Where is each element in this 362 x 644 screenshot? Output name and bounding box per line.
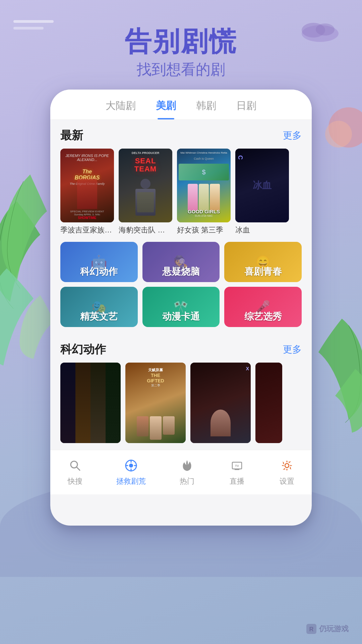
bg-blob-1	[328, 107, 362, 148]
search-icon	[66, 457, 84, 474]
scifi-header: 科幻动作 更多	[60, 334, 302, 363]
svg-point-6	[129, 464, 133, 468]
category-card-scifi[interactable]: 🤖 科幻动作	[60, 242, 138, 282]
category-label-elite: 精英文艺	[60, 310, 138, 323]
svg-point-14	[285, 464, 289, 468]
gear-icon	[278, 457, 296, 474]
scifi-more[interactable]: 更多	[283, 343, 302, 356]
category-card-anime[interactable]: 🎌 动漫卡通	[142, 287, 220, 327]
tv-icon: TV	[228, 457, 246, 474]
tab-korean[interactable]: 韩剧	[196, 99, 216, 119]
drama-label-borgias: 季波吉亚家族 第一季	[60, 225, 114, 235]
latest-header: 最新 更多	[60, 120, 302, 149]
scifi-poster-4	[255, 363, 282, 443]
nav-label-live: 直播	[230, 476, 244, 486]
category-card-comedy[interactable]: 😄 喜剧青春	[224, 242, 302, 282]
drama-card-borgias[interactable]: JEREMY IRONS IS POPE ALEXAND... TheBORGI…	[60, 149, 114, 235]
tab-american[interactable]: 美剧	[156, 99, 176, 119]
category-label-variety: 综艺选秀	[224, 310, 302, 323]
scifi-section: 科幻动作 更多 天赋异禀	[50, 334, 312, 450]
tab-japanese[interactable]: 日剧	[236, 99, 256, 119]
category-label-scifi: 科幻动作	[60, 265, 138, 278]
drama-card-goodgirls[interactable]: Mai Whitman Christina Hendricks Retta Ca…	[177, 149, 231, 235]
nav-label-rescue: 拯救剧荒	[116, 476, 146, 486]
drama-label-ice: 冰血	[235, 225, 289, 235]
category-section: 🤖 科幻动作 🕵️ 悬疑烧脑 😄 喜剧青春 🎭 精英文艺	[50, 235, 312, 327]
latest-section: 最新 更多 JEREMY IRONS IS POPE ALEXAND... Th…	[50, 120, 312, 235]
drama-card-ice[interactable]: C 冰血 冰血	[235, 149, 289, 235]
tabs-bar: 大陆剧 美剧 韩剧 日剧	[50, 90, 312, 120]
drama-label-goodgirls: 好女孩 第三季	[177, 225, 231, 235]
nav-item-hot[interactable]: 热门	[178, 457, 196, 486]
scifi-poster-dark: X	[190, 363, 251, 443]
main-title: 告别剧慌	[0, 27, 362, 56]
nav-item-search[interactable]: 快搜	[66, 457, 84, 486]
drama-poster-borgias: JEREMY IRONS IS POPE ALEXAND... TheBORGI…	[60, 149, 114, 222]
scifi-card-dark[interactable]: X	[190, 363, 251, 443]
category-card-elite[interactable]: 🎭 精英文艺	[60, 287, 138, 327]
rengwan-watermark: R 仍玩游戏	[306, 624, 349, 634]
nav-item-live[interactable]: TV 直播	[228, 457, 246, 486]
bottom-nav: 快搜 拯救剧荒 热门	[50, 450, 312, 494]
nav-label-settings: 设置	[280, 476, 294, 486]
latest-more[interactable]: 更多	[283, 129, 302, 142]
drama-row: JEREMY IRONS IS POPE ALEXAND... TheBORGI…	[60, 149, 302, 235]
scifi-title: 科幻动作	[60, 342, 106, 357]
category-label-comedy: 喜剧青春	[224, 265, 302, 278]
drama-poster-seal: DELTA PRODUCER SEALTEAM	[119, 149, 172, 222]
nav-item-settings[interactable]: 设置	[278, 457, 296, 486]
latest-title: 最新	[60, 128, 83, 143]
category-grid: 🤖 科幻动作 🕵️ 悬疑烧脑 😄 喜剧青春 🎭 精英文艺	[60, 242, 302, 327]
drama-label-seal: 海豹突击队 第三季	[119, 225, 172, 235]
scifi-card-4[interactable]	[255, 363, 302, 443]
header-area: 告别剧慌 找到想看的剧	[0, 0, 362, 90]
scifi-row: 天赋异禀 THEGIFTED 第二季	[60, 363, 302, 450]
nav-label-hot: 热门	[180, 476, 194, 486]
svg-text:R: R	[309, 626, 314, 633]
category-card-variety[interactable]: 🎤 综艺选秀	[224, 287, 302, 327]
drama-poster-ice: C 冰血	[235, 149, 289, 222]
bg-blob-2	[325, 121, 352, 148]
phone-mockup: 大陆剧 美剧 韩剧 日剧 最新 更多 JEREMY IRONS IS POPE …	[50, 90, 312, 526]
scifi-card-1[interactable]	[60, 363, 121, 443]
rescue-icon	[122, 457, 140, 474]
category-card-mystery[interactable]: 🕵️ 悬疑烧脑	[142, 242, 220, 282]
nav-label-search: 快搜	[68, 476, 82, 486]
nav-item-rescue[interactable]: 拯救剧荒	[116, 457, 146, 486]
scifi-poster-1	[60, 363, 121, 443]
category-label-mystery: 悬疑烧脑	[142, 265, 220, 278]
scifi-card-gifted[interactable]: 天赋异禀 THEGIFTED 第二季	[125, 363, 186, 443]
tab-mainland[interactable]: 大陆剧	[106, 99, 136, 119]
svg-line-4	[76, 467, 80, 470]
scifi-poster-gifted: 天赋异禀 THEGIFTED 第二季	[125, 363, 186, 443]
svg-text:TV: TV	[235, 464, 239, 468]
watermark-text: 仍玩游戏	[319, 624, 349, 634]
sub-title: 找到想看的剧	[0, 60, 362, 79]
drama-poster-goodgirls: Mai Whitman Christina Hendricks Retta Ca…	[177, 149, 231, 222]
drama-card-seal[interactable]: DELTA PRODUCER SEALTEAM 海豹突击队 第三季	[119, 149, 172, 235]
category-label-anime: 动漫卡通	[142, 310, 220, 323]
fire-icon	[178, 457, 196, 474]
